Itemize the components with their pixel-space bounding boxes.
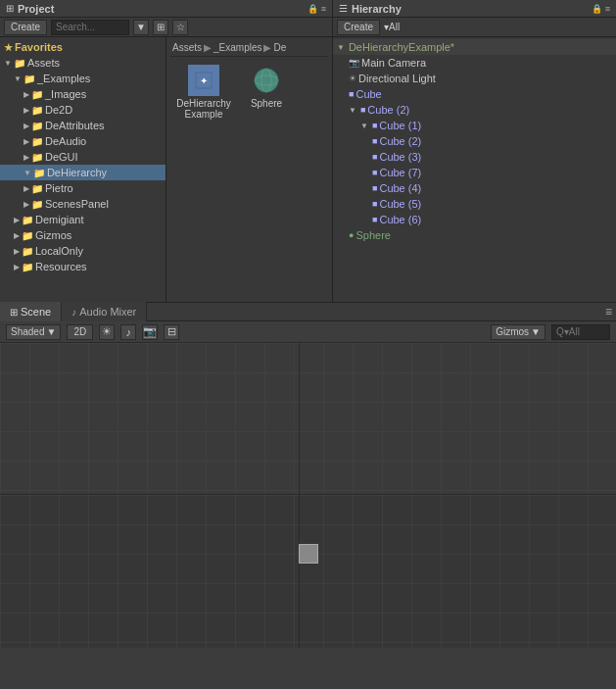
arrow-down-icon: ▼ <box>4 59 12 68</box>
deaudio-label: DeAudio <box>45 135 86 147</box>
twod-btn[interactable]: 2D <box>67 324 93 340</box>
tree-item-gizmos[interactable]: ▶ 📁 Gizmos <box>0 227 166 243</box>
cube-icon-1: ■ <box>349 89 354 99</box>
hierarchy-overflow-icon[interactable]: ≡ <box>605 4 610 14</box>
tree-item-scenespanel[interactable]: ▶ 📁 ScenesPanel <box>0 196 166 212</box>
viewport-top <box>0 343 616 495</box>
file-panel: Assets ▶ _Examples ▶ De ✦ <box>166 37 332 302</box>
project-search-input[interactable] <box>51 20 129 35</box>
project-lock-icon: 🔒 <box>308 4 318 14</box>
tab-scene[interactable]: ⊞ Scene <box>0 302 62 321</box>
scene-tabbar: ⊞ Scene ♪ Audio Mixer ≡ <box>0 302 616 321</box>
de2d-label: De2D <box>45 104 72 116</box>
cube-label-3: Cube (3) <box>379 151 421 163</box>
hierarchy-cube-2[interactable]: ▼ ■ Cube (2) <box>333 102 616 118</box>
scene-viewport[interactable] <box>0 343 616 689</box>
tree-item-de2d[interactable]: ▶ 📁 De2D <box>0 102 166 118</box>
folder-deh-icon: 📁 <box>33 168 45 178</box>
folder-deau-icon: 📁 <box>31 136 43 147</box>
project-overflow-icon[interactable]: ≡ <box>321 4 326 14</box>
tree-item-examples[interactable]: ▼ 📁 _Examples <box>0 71 166 86</box>
hierarchy-cube-6[interactable]: ■ Cube (6) <box>333 212 616 227</box>
hierarchy-cube-3[interactable]: ■ Cube (3) <box>333 149 616 165</box>
cube-label-2c: Cube (2) <box>379 135 421 147</box>
tree-item-degui[interactable]: ▶ 📁 DeGUI <box>0 149 166 165</box>
shaded-label: Shaded <box>11 326 44 337</box>
hierarchy-icon: ☰ <box>339 3 348 14</box>
assets-label: Assets <box>27 57 60 69</box>
folder-images-icon: 📁 <box>31 89 43 100</box>
cube-icon-4: ■ <box>372 183 377 193</box>
tab-overflow-icon[interactable]: ≡ <box>605 305 612 319</box>
cube-icon-1b: ■ <box>372 121 377 130</box>
cube-label-6: Cube (6) <box>379 214 421 225</box>
scene-file-label: DeHierarchyExample <box>176 98 231 120</box>
camera-icon: 📷 <box>349 58 359 68</box>
scene-search-input[interactable] <box>551 324 610 340</box>
tree-item-demigiant[interactable]: ▶ 📁 Demigiant <box>0 212 166 227</box>
hierarchy-create-button[interactable]: Create <box>337 20 380 35</box>
project-icon-btn1[interactable]: ▼ <box>133 20 149 35</box>
bottom-row: ⊞ Scene ♪ Audio Mixer ≡ Shaded ▼ 2D ☀ ♪ … <box>0 302 616 689</box>
shaded-arrow-icon: ▼ <box>46 326 56 337</box>
directional-light-label: Directional Light <box>358 73 436 84</box>
tree-item-localonly[interactable]: ▶ 📁 LocalOnly <box>0 243 166 259</box>
tree-item-assets[interactable]: ▼ 📁 Assets <box>0 55 166 71</box>
main-camera-label: Main Camera <box>361 57 426 69</box>
cube-label-1: Cube <box>355 88 381 100</box>
project-icon-btn3[interactable]: ☆ <box>172 20 188 35</box>
cube-icon-2c: ■ <box>372 136 377 146</box>
hierarchy-scene-root[interactable]: ▼ DeHierarchyExample* <box>333 39 616 55</box>
hierarchy-all-dropdown[interactable]: ▾All <box>384 22 400 32</box>
project-toolbar: Create ▼ ⊞ ☆ <box>0 18 332 37</box>
hierarchy-main-camera[interactable]: 📷 Main Camera <box>333 55 616 71</box>
tab-audio[interactable]: ♪ Audio Mixer <box>62 302 147 321</box>
cube-label-7: Cube (7) <box>379 167 421 178</box>
folder-assets-icon: 📁 <box>14 58 25 69</box>
speaker-toolbar-icon[interactable]: ♪ <box>120 324 136 340</box>
project-create-button[interactable]: Create <box>4 20 47 35</box>
file-item-scene[interactable]: ✦ DeHierarchyExample <box>174 61 233 123</box>
cube-label-2: Cube (2) <box>367 104 409 116</box>
tree-item-dehierarchy[interactable]: ▼ 📁 DeHierarchy <box>0 165 166 180</box>
hierarchy-header: ☰ Hierarchy 🔒 ≡ <box>333 0 616 18</box>
gizmos-dropdown[interactable]: Gizmos ▼ <box>491 324 545 340</box>
arrow-right-dea: ▶ <box>24 122 29 130</box>
deattributes-label: DeAttributes <box>45 120 105 131</box>
hierarchy-cube-4[interactable]: ■ Cube (4) <box>333 180 616 196</box>
hierarchy-lock-icon: 🔒 <box>592 4 602 14</box>
hierarchy-sphere[interactable]: ● Sphere <box>333 227 616 243</box>
file-item-sphere[interactable]: Sphere <box>237 61 296 123</box>
hierarchy-content: ▼ DeHierarchyExample* 📷 Main Camera ☀ Di… <box>333 37 616 302</box>
camera-toolbar-icon[interactable]: 📷 <box>142 324 158 340</box>
sun-toolbar-icon[interactable]: ☀ <box>99 324 115 340</box>
cube-icon-5: ■ <box>372 199 377 209</box>
tree-item-deattributes[interactable]: ▶ 📁 DeAttributes <box>0 118 166 133</box>
tree-item-favorites[interactable]: ★ Favorites <box>0 39 166 55</box>
grid-bottom <box>0 495 616 648</box>
shaded-dropdown[interactable]: Shaded ▼ <box>6 324 61 340</box>
cube-label-1b: Cube (1) <box>379 120 421 131</box>
hierarchy-cube[interactable]: ■ Cube <box>333 86 616 102</box>
hierarchy-cube-5[interactable]: ■ Cube (5) <box>333 196 616 212</box>
scene-name-label: DeHierarchyExample* <box>349 41 454 53</box>
folder-gizmos-icon: 📁 <box>22 230 33 241</box>
breadcrumb-sep1: ▶ <box>204 42 212 53</box>
light-icon: ☀ <box>349 74 356 83</box>
tree-item-pietro[interactable]: ▶ 📁 Pietro <box>0 180 166 196</box>
folder-demi-icon: 📁 <box>22 215 33 225</box>
tab-end: ≡ <box>147 305 616 319</box>
pietro-label: Pietro <box>45 182 73 194</box>
project-icon-btn2[interactable]: ⊞ <box>153 20 168 35</box>
hierarchy-cube-2c[interactable]: ■ Cube (2) <box>333 133 616 149</box>
layers-toolbar-icon[interactable]: ⊟ <box>164 324 179 340</box>
hierarchy-directional-light[interactable]: ☀ Directional Light <box>333 71 616 86</box>
project-title: Project <box>18 3 54 15</box>
tree-item-resources[interactable]: ▶ 📁 Resources <box>0 259 166 274</box>
hierarchy-cube-7[interactable]: ■ Cube (7) <box>333 165 616 180</box>
tree-item-images[interactable]: ▶ 📁 _Images <box>0 86 166 102</box>
hierarchy-cube-1[interactable]: ▼ ■ Cube (1) <box>333 118 616 133</box>
tree-item-deaudio[interactable]: ▶ 📁 DeAudio <box>0 133 166 149</box>
sphere-file-label: Sphere <box>251 98 282 109</box>
folder-dea-icon: 📁 <box>31 121 43 131</box>
